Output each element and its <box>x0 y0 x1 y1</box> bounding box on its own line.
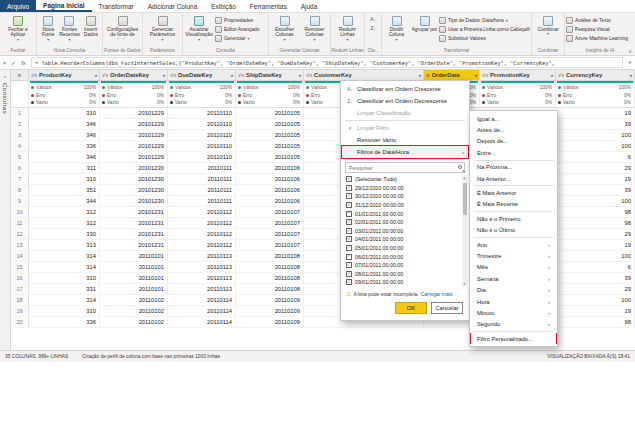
cell-duedatekey[interactable]: 20110113 <box>168 284 236 294</box>
submenu-item[interactable]: Igual a... <box>470 113 557 124</box>
row-number[interactable]: 4 <box>11 141 29 151</box>
row-number[interactable]: 1 <box>11 108 29 118</box>
row-number[interactable]: 11 <box>11 218 29 228</box>
cell-duedatekey[interactable]: 20110110 <box>168 152 236 162</box>
filter-dropdown-icon[interactable]: ▾ <box>419 73 421 78</box>
cell-currencykey[interactable]: 19 <box>556 306 635 316</box>
submenu-item-custom-filter[interactable]: Filtro Personalizado... <box>470 333 557 344</box>
cell-currencykey[interactable]: 6 <box>556 152 635 162</box>
data-source-settings-button[interactable]: Configurações de fonte de dados <box>104 15 141 40</box>
ok-button[interactable]: OK <box>395 302 427 314</box>
filter-dropdown-icon[interactable]: ▾ <box>630 73 632 78</box>
column-header[interactable]: 1²3 OrderDateKey ▾ <box>100 70 168 80</box>
cell-orderdatekey[interactable]: 20110101 <box>100 284 168 294</box>
submenu-item-date-part[interactable]: Ano › <box>470 239 557 250</box>
row-number[interactable]: 9 <box>11 196 29 206</box>
cell-currencykey[interactable]: 29 <box>556 284 635 294</box>
checkbox-checked-icon[interactable]: ✓ <box>346 254 352 260</box>
cell-orderdatekey[interactable]: 20110102 <box>100 295 168 305</box>
recent-sources-button[interactable]: Fontes Recentes ▾ <box>59 15 79 43</box>
cell-duedatekey[interactable]: 20110110 <box>168 108 236 118</box>
ribbon-collapse-icon[interactable]: ∧ <box>628 48 632 54</box>
formula-cancel-icon[interactable]: × <box>0 60 9 66</box>
filter-value-option[interactable]: ✓ 02/01/2011 00:00:00 <box>343 218 461 227</box>
row-number[interactable]: 12 <box>11 229 29 239</box>
cell-productkey[interactable]: 310 <box>29 174 100 184</box>
checkbox-checked-icon[interactable]: ✓ <box>346 193 352 199</box>
menu-item-sort-ascending[interactable]: A↓ Classificar em Ordem Crescente <box>341 83 469 95</box>
scrollbar-thumb[interactable] <box>463 183 467 215</box>
cell-productkey[interactable]: 346 <box>29 130 100 140</box>
cell-productkey[interactable]: 312 <box>29 207 100 217</box>
menu-item-remove-empty[interactable]: Remover Vazio <box>341 134 469 146</box>
cell-shipdatekey[interactable]: 20110106 <box>236 163 304 173</box>
formula-accept-icon[interactable]: ✓ <box>9 59 18 66</box>
cell-orderdatekey[interactable]: 20101230 <box>100 196 168 206</box>
cell-duedatekey[interactable]: 20110110 <box>168 119 236 129</box>
text-analysis-button[interactable]: Análise de Texto <box>566 16 634 25</box>
cell-duedatekey[interactable]: 20110112 <box>168 218 236 228</box>
cell-productkey[interactable]: 313 <box>29 240 100 250</box>
cell-shipdatekey[interactable]: 20110107 <box>236 240 304 250</box>
filter-value-option[interactable]: ✓ 29/12/2010 00:00:00 <box>343 184 461 193</box>
cell-shipdatekey[interactable]: 20110109 <box>236 306 304 316</box>
row-number[interactable]: 8 <box>11 185 29 195</box>
cell-productkey[interactable]: 346 <box>29 152 100 162</box>
cell-orderdatekey[interactable]: 20110102 <box>100 317 168 327</box>
azure-ml-button[interactable]: Azure Machine Learning <box>566 34 634 43</box>
cell-orderdatekey[interactable]: 20101229 <box>100 130 168 140</box>
filter-value-option[interactable]: ✓ 04/01/2011 00:00:00 <box>343 235 461 244</box>
cell-duedatekey[interactable]: 20110114 <box>168 306 236 316</box>
cell-orderdatekey[interactable]: 20110101 <box>100 273 168 283</box>
submenu-item-date-part[interactable]: Trimestre › <box>470 250 557 261</box>
cell-productkey[interactable]: 314 <box>29 295 100 305</box>
split-column-button[interactable]: Dividir Coluna ▾ <box>383 15 410 43</box>
cell-productkey[interactable]: 336 <box>29 317 100 327</box>
properties-button[interactable]: Propriedades <box>215 16 267 25</box>
cell-shipdatekey[interactable]: 20110107 <box>236 218 304 228</box>
ribbon-tab[interactable]: Arquivo <box>0 0 36 12</box>
cell-currencykey[interactable]: 100 <box>556 295 635 305</box>
cell-shipdatekey[interactable]: 20110108 <box>236 273 304 283</box>
submenu-item[interactable]: Entre... <box>470 147 557 158</box>
cell-orderdatekey[interactable]: 20101229 <box>100 141 168 151</box>
submenu-item-date-part[interactable]: Segundo › <box>470 319 557 330</box>
cell-shipdatekey[interactable]: 20110107 <box>236 229 304 239</box>
checkbox-checked-icon[interactable]: ✓ <box>346 236 352 242</box>
cell-currencykey[interactable]: 29 <box>556 229 635 239</box>
submenu-item[interactable]: Depois de... <box>470 136 557 147</box>
cell-productkey[interactable]: 346 <box>29 119 100 129</box>
submenu-item[interactable]: Não é o Primeiro <box>470 213 557 224</box>
sort-ascending-button[interactable]: A↓ <box>370 15 375 24</box>
row-number[interactable]: 5 <box>11 152 29 162</box>
cell-shipdatekey[interactable]: 20110107 <box>236 207 304 217</box>
cell-duedatekey[interactable]: 20110114 <box>168 295 236 305</box>
column-header[interactable]: 1²3 CurrencyKey ▾ <box>556 70 635 80</box>
submenu-item[interactable]: Antes de... <box>470 124 557 135</box>
column-header[interactable]: 1²3 ProductKey ▾ <box>29 70 100 80</box>
filter-value-option[interactable]: ✓ 01/01/2011 00:00:00 <box>343 209 461 218</box>
row-number[interactable]: 3 <box>11 130 29 140</box>
submenu-item-date-part[interactable]: Semana › <box>470 273 557 284</box>
cell-duedatekey[interactable]: 20110111 <box>168 174 236 184</box>
cell-orderdatekey[interactable]: 20101231 <box>100 229 168 239</box>
cell-duedatekey[interactable]: 20110111 <box>168 163 236 173</box>
menu-item-sort-descending[interactable]: Z↓ Classificar em Ordem Decrescente <box>341 95 469 107</box>
cell-productkey[interactable]: 311 <box>29 163 100 173</box>
vision-button[interactable]: Pesquisa Visual <box>566 25 634 34</box>
search-input[interactable] <box>345 162 465 173</box>
ribbon-tab[interactable]: Página Inicial <box>36 0 92 12</box>
group-by-button[interactable]: Agrupar por <box>411 15 438 33</box>
reduce-rows-button[interactable]: Reduzir Linhas ▾ <box>332 15 363 43</box>
checkbox-checked-icon[interactable]: ✓ <box>346 211 352 217</box>
column-header[interactable]: 1²3 CustomerKey ▾ <box>304 70 424 80</box>
cell-productkey[interactable]: 310 <box>29 306 100 316</box>
cell-productkey[interactable]: 314 <box>29 262 100 272</box>
cell-shipdatekey[interactable]: 20110108 <box>236 251 304 261</box>
filter-dropdown-icon[interactable]: ▾ <box>95 73 97 78</box>
combine-button[interactable]: Combinar ▾ <box>533 15 563 38</box>
data-type-button[interactable]: Tipo de Dados: Data/hora ▾ <box>439 16 530 25</box>
cell-currencykey[interactable]: 19 <box>556 240 635 250</box>
cell-orderdatekey[interactable]: 20110101 <box>100 251 168 261</box>
checkbox-checked-icon[interactable]: ✓ <box>346 245 352 251</box>
